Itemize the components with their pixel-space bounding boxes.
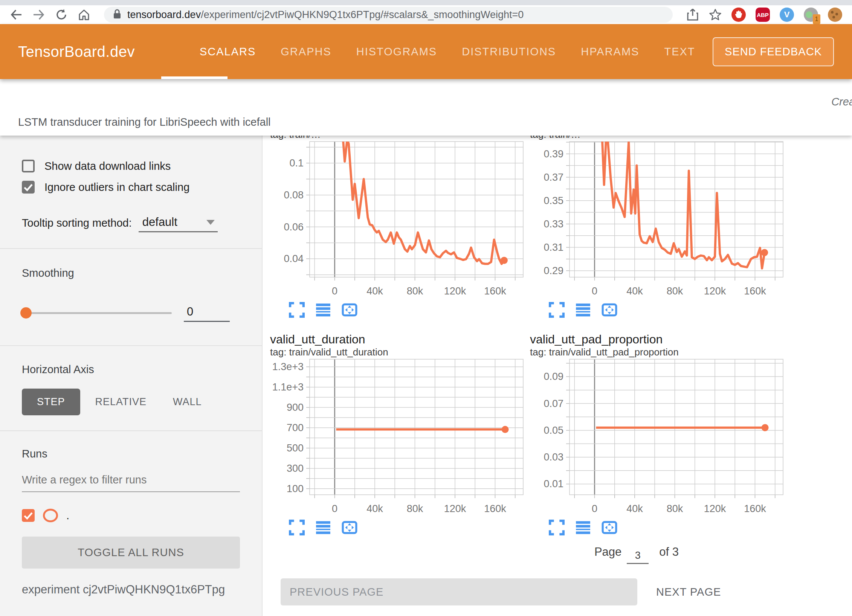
axis-step-button[interactable]: STEP <box>22 389 80 415</box>
experiment-title-bar: Crea LSTM transducer training for LibriS… <box>0 79 852 136</box>
svg-text:40k: 40k <box>626 503 643 514</box>
svg-text:80k: 80k <box>407 285 423 297</box>
expand-chart-icon[interactable] <box>549 520 565 535</box>
show-download-links-checkbox[interactable] <box>22 160 35 172</box>
toggle-all-runs-button[interactable]: TOGGLE ALL RUNS <box>22 537 240 569</box>
bookmark-star-icon[interactable] <box>709 8 722 21</box>
green-dot <box>806 11 812 18</box>
chart-actions <box>530 298 785 319</box>
run-checkbox[interactable] <box>22 509 35 522</box>
run-color-swatch <box>43 509 58 522</box>
tab-scalars[interactable]: SCALARS <box>199 40 257 63</box>
show-download-links-row[interactable]: Show data download links <box>22 160 240 172</box>
svg-text:80k: 80k <box>667 285 683 297</box>
chart-card: valid_utt_durationtag: train/valid_utt_d… <box>266 332 525 536</box>
svg-text:100: 100 <box>287 483 304 494</box>
extension-v-icon[interactable]: V <box>780 8 794 22</box>
svg-text:0.33: 0.33 <box>544 218 563 230</box>
forward-icon[interactable] <box>32 8 45 21</box>
active-tab-underline <box>161 76 228 79</box>
tab-distributions[interactable]: DISTRIBUTIONS <box>461 40 557 63</box>
chart-data-lines-icon[interactable] <box>575 302 591 318</box>
url-bar[interactable]: tensorboard.dev/experiment/cj2vtPiwQHKN9… <box>104 7 673 23</box>
svg-text:120k: 120k <box>444 503 466 514</box>
tooltip-sorting-dropdown[interactable]: default <box>139 215 218 232</box>
svg-text:900: 900 <box>287 402 304 413</box>
send-feedback-button[interactable]: SEND FEEDBACK <box>713 37 834 66</box>
svg-text:0.37: 0.37 <box>544 172 563 183</box>
expand-chart-icon[interactable] <box>289 302 305 318</box>
page-number-input[interactable] <box>627 550 649 564</box>
chart-tag: tag: train/… <box>530 136 785 140</box>
previous-page-button[interactable]: PREVIOUS PAGE <box>281 578 637 605</box>
svg-text:40k: 40k <box>366 285 383 297</box>
extension-recorder-icon[interactable]: 1 <box>804 8 818 22</box>
nav-tabs: SCALARS GRAPHS HISTOGRAMS DISTRIBUTIONS … <box>199 40 696 63</box>
svg-text:160k: 160k <box>744 503 766 514</box>
tab-hparams[interactable]: HPARAMS <box>580 40 640 63</box>
ignore-outliers-row[interactable]: Ignore outliers in chart scaling <box>22 181 240 194</box>
smoothing-slider-handle[interactable] <box>20 307 32 319</box>
extension-abp-icon[interactable]: ABP <box>756 8 770 22</box>
pan-zoom-icon[interactable] <box>342 302 357 318</box>
scalar-chart-plot[interactable]: 040k80k120k160k0.10.080.060.04 <box>270 140 526 298</box>
experiment-title: LSTM transducer training for LibriSpeech… <box>18 116 271 128</box>
scalar-chart-plot[interactable]: 040k80k120k160k0.090.070.050.030.01 <box>530 358 786 516</box>
scalar-chart-plot[interactable]: 040k80k120k160k0.390.370.350.330.310.29 <box>530 140 785 298</box>
run-name: . <box>66 509 69 522</box>
axis-wall-button[interactable]: WALL <box>162 389 213 415</box>
tab-text[interactable]: TEXT <box>663 40 696 63</box>
svg-text:0: 0 <box>332 503 337 514</box>
extension-blocker-icon[interactable] <box>731 8 746 22</box>
svg-text:0.35: 0.35 <box>544 195 563 206</box>
run-list-item[interactable]: . <box>22 509 240 522</box>
url-text: tensorboard.dev/experiment/cj2vtPiwQHKN9… <box>127 9 524 21</box>
chart-data-lines-icon[interactable] <box>315 302 331 318</box>
expand-chart-icon[interactable] <box>549 302 565 318</box>
extension-badge: 1 <box>813 14 820 24</box>
tooltip-sorting-label: Tooltip sorting method: <box>22 217 132 232</box>
chart-data-lines-icon[interactable] <box>315 520 331 535</box>
browser-tab-strip <box>0 0 852 5</box>
svg-text:40k: 40k <box>366 503 383 514</box>
browser-toolbar: tensorboard.dev/experiment/cj2vtPiwQHKN9… <box>0 5 852 24</box>
chart-tag: tag: train/… <box>270 136 525 140</box>
reload-icon[interactable] <box>55 8 68 21</box>
home-icon[interactable] <box>78 8 90 21</box>
tab-histograms[interactable]: HISTOGRAMS <box>356 40 438 63</box>
chevron-down-icon <box>206 220 215 225</box>
page-label: Page <box>594 545 621 559</box>
axis-relative-button[interactable]: RELATIVE <box>84 389 158 415</box>
pan-zoom-icon[interactable] <box>602 302 617 318</box>
runs-filter-input[interactable] <box>22 471 240 492</box>
share-icon[interactable] <box>686 8 699 21</box>
svg-text:120k: 120k <box>704 503 726 514</box>
back-icon[interactable] <box>10 8 23 21</box>
expand-chart-icon[interactable] <box>289 520 305 535</box>
svg-text:0.05: 0.05 <box>544 425 563 436</box>
svg-text:120k: 120k <box>444 285 466 297</box>
svg-text:500: 500 <box>287 442 304 454</box>
svg-text:0: 0 <box>592 503 597 514</box>
smoothing-value-input[interactable] <box>184 304 230 322</box>
smoothing-slider[interactable] <box>22 312 172 314</box>
svg-text:0.09: 0.09 <box>544 371 563 382</box>
svg-text:0.1: 0.1 <box>289 157 304 169</box>
next-page-button[interactable]: NEXT PAGE <box>656 586 721 598</box>
smoothing-label: Smoothing <box>22 267 240 279</box>
show-download-links-label: Show data download links <box>44 160 171 172</box>
chart-card: tag: train/…040k80k120k160k0.390.370.350… <box>525 136 785 319</box>
scalar-chart-plot[interactable]: 040k80k120k160k1.3e+31.1e+39007005003001… <box>270 358 526 516</box>
extension-cookie-icon[interactable] <box>828 8 842 22</box>
tab-graphs[interactable]: GRAPHS <box>280 40 332 63</box>
ignore-outliers-checkbox[interactable] <box>22 181 35 194</box>
chart-title: valid_utt_duration <box>270 332 525 346</box>
pan-zoom-icon[interactable] <box>602 520 617 535</box>
chart-actions <box>530 516 785 536</box>
pan-zoom-icon[interactable] <box>342 520 357 535</box>
svg-text:80k: 80k <box>407 503 423 514</box>
charts-main: tag: train/…040k80k120k160k0.10.080.060.… <box>263 136 852 616</box>
chart-row: valid_utt_pad_proportiontag: train/valid… <box>525 319 785 536</box>
chart-data-lines-icon[interactable] <box>575 520 591 535</box>
chart-card: valid_utt_pad_proportiontag: train/valid… <box>525 332 785 536</box>
